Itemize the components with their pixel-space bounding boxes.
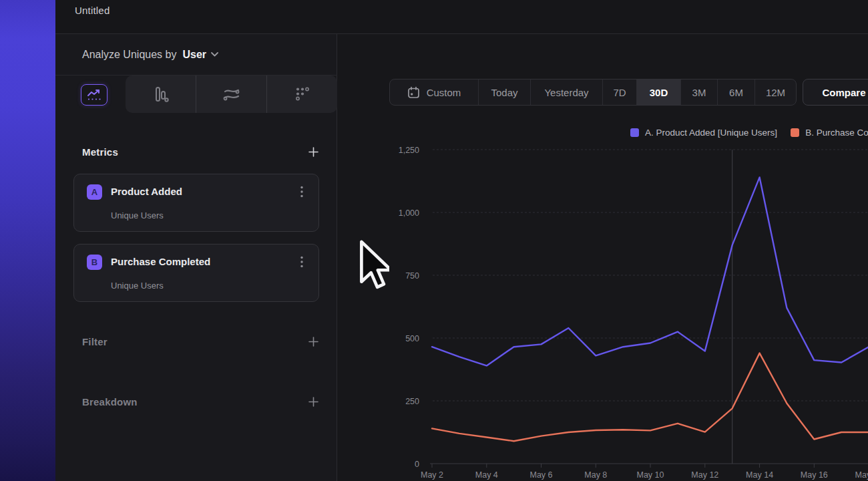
query-sidebar: Analyze Uniques by User [55,34,337,481]
plus-icon [308,397,318,407]
grid-dots-icon [294,86,310,102]
range-label: Custom [427,87,461,98]
metric-subtitle: Unique Users [111,210,164,220]
range-label: 30D [650,87,668,98]
metrics-header: Metrics [82,146,118,158]
metric-card-b[interactable]: BPurchase CompletedUnique Users [73,244,319,302]
legend-item-a[interactable]: A. Product Added [Unique Users] [630,128,777,138]
legend-label: A. Product Added [Unique Users] [645,128,777,138]
legend-item-b[interactable]: B. Purchase Completed [Unique Users] [791,128,868,138]
add-filter-button[interactable] [307,335,319,347]
range-6m[interactable]: 6M [717,79,754,105]
y-axis-label: 0 [415,460,419,469]
x-axis-label: May 10 [637,470,664,480]
x-axis-label: May 12 [691,470,718,480]
metric-menu-button[interactable] [296,184,308,199]
date-range-control: CustomTodayYesterday7D30D3M6M12M [389,79,797,106]
plus-icon [308,147,318,157]
filter-header: Filter [82,336,107,347]
legend-swatch [630,128,639,137]
series-line-b [432,353,868,442]
range-yesterday[interactable]: Yesterday [530,79,602,105]
y-axis-label: 1,250 [399,146,419,155]
flow-icon [222,87,241,102]
x-axis-label: May 18 [855,470,868,480]
range-label: 6M [729,87,743,98]
report-title[interactable]: Untitled [75,5,110,16]
range-label: 3M [692,87,706,98]
chevron-down-icon [211,52,218,57]
range-7d[interactable]: 7D [602,79,636,105]
line-chart[interactable]: 02505007501,0001,250May 2May 4May 6May 8… [361,140,868,481]
chart-panel: CustomTodayYesterday7D30D3M6M12M Compare… [338,35,868,481]
range-label: 7D [613,87,626,98]
breakdown-row: Breakdown [55,391,337,412]
series-line-a [432,177,868,365]
x-axis-label: May 2 [421,470,443,480]
range-today[interactable]: Today [478,79,530,105]
kebab-icon [300,186,303,198]
metric-title: Purchase Completed [111,256,210,267]
tab-line-chart[interactable] [81,84,107,106]
analyze-user-value: User [182,49,206,61]
x-axis-label: May 8 [584,470,607,480]
tab-bar-chart[interactable] [126,75,196,113]
y-axis-label: 250 [405,397,419,406]
legend-swatch [791,128,799,137]
analyze-label: Analyze Uniques by [82,49,176,61]
decorative-gradient-strip [0,0,55,481]
legend-label: B. Purchase Completed [Unique Users] [805,128,868,138]
filter-row: Filter [55,331,337,352]
range-custom[interactable]: Custom [390,79,478,105]
range-label: Today [491,87,517,98]
chart-legend: A. Product Added [Unique Users]B. Purcha… [630,128,868,138]
x-axis-label: May 4 [475,470,498,480]
range-label: 12M [766,87,785,98]
y-axis-label: 1,000 [399,208,419,218]
tab-flow[interactable] [196,75,266,113]
line-chart-icon [86,88,102,102]
x-axis-label: May 14 [746,470,773,480]
add-breakdown-button[interactable] [307,395,319,408]
metric-card-a[interactable]: AProduct AddedUnique Users [73,174,319,232]
range-label: Yesterday [544,87,588,98]
chart-type-tab-group [126,75,337,113]
analyze-user-dropdown[interactable]: User [182,49,218,61]
range-12m[interactable]: 12M [754,79,796,105]
breakdown-header: Breakdown [82,396,138,408]
bar-chart-icon [152,86,170,103]
kebab-icon [300,256,303,268]
x-axis-label: May 16 [801,470,828,480]
metric-badge: A [87,184,102,200]
range-3m[interactable]: 3M [680,79,717,105]
x-axis-label: May 6 [529,470,552,480]
chart-type-tabs [55,75,337,113]
analyze-row: Analyze Uniques by User [55,34,337,75]
metric-menu-button[interactable] [296,255,308,269]
metric-subtitle: Unique Users [111,281,164,291]
tab-grid-dots[interactable] [266,75,337,113]
y-axis-label: 500 [405,334,419,343]
metric-title: Product Added [111,186,182,197]
range-30d[interactable]: 30D [636,79,680,105]
metrics-header-row: Metrics [55,141,337,162]
metric-badge: B [87,255,102,270]
compare-button[interactable]: Compare [803,79,868,106]
add-metric-button[interactable] [307,146,319,158]
y-axis-label: 750 [405,271,419,281]
top-bar: Untitled [55,0,868,34]
plus-icon [308,337,318,347]
calendar-icon [407,86,420,99]
